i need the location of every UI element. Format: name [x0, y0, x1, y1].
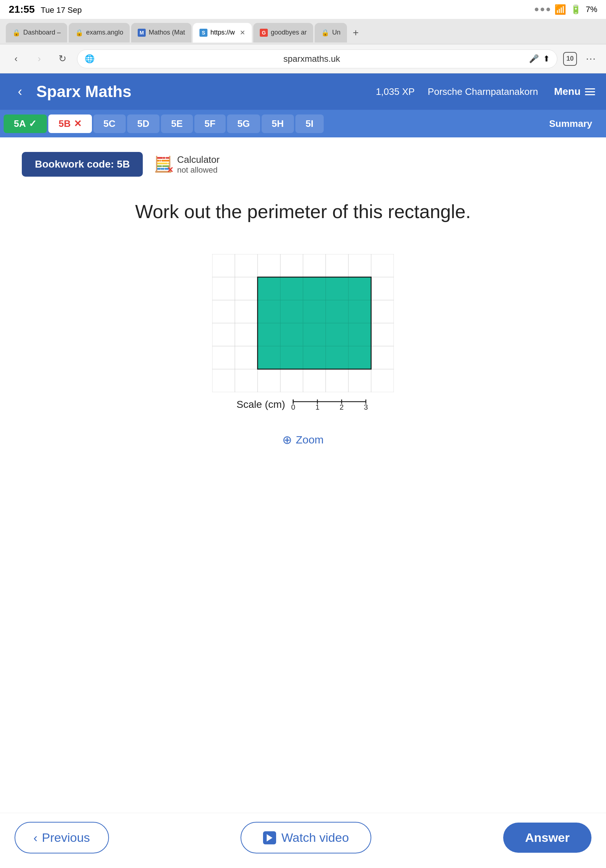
- bottom-nav: ‹ Previous Watch video Answer: [0, 813, 606, 868]
- watch-video-button[interactable]: Watch video: [241, 822, 371, 854]
- tab-5B-x-icon: ✕: [74, 118, 82, 129]
- task-tab-bar: 5A ✓ 5B ✕ 5C 5D 5E 5F 5G 5H 5I Summary: [0, 110, 606, 137]
- tab-label-dashboard: Dashboard –: [23, 29, 61, 36]
- ruler-svg: 0 1 2 3: [289, 398, 369, 411]
- app-back-button[interactable]: ‹: [11, 84, 29, 99]
- svg-text:0: 0: [291, 403, 295, 411]
- tab-icon-mathos: M: [138, 29, 146, 37]
- task-tab-5C[interactable]: 5C: [93, 115, 126, 133]
- app-title: Sparx Maths: [36, 82, 368, 101]
- hamburger-icon: [585, 88, 595, 95]
- tab-label-exams: exams.anglo: [86, 29, 123, 36]
- tab-sparx[interactable]: S https://w ✕: [193, 23, 252, 42]
- app-header: ‹ Sparx Maths 1,035 XP Porsche Charnpata…: [0, 73, 606, 110]
- svg-text:2: 2: [340, 403, 344, 411]
- xp-display: 1,035 XP: [376, 86, 414, 98]
- bookwork-row: Bookwork code: 5B 🧮 ✕ Calculator not all…: [22, 152, 584, 177]
- address-bar[interactable]: 🌐 sparxmaths.uk 🎤 ⬆: [77, 50, 557, 68]
- menu-label: Menu: [554, 86, 581, 98]
- task-tab-5G[interactable]: 5G: [227, 115, 260, 133]
- tab-dashboard[interactable]: 🔒 Dashboard –: [6, 23, 67, 42]
- task-tab-5E[interactable]: 5E: [161, 115, 193, 133]
- battery-icon: 🔋: [570, 5, 581, 14]
- tab-mathos[interactable]: M Mathos (Mat: [131, 23, 192, 42]
- tab-un[interactable]: 🔒 Un: [315, 23, 347, 42]
- task-tab-5H[interactable]: 5H: [261, 115, 294, 133]
- scale-ruler: 0 1 2 3: [289, 398, 369, 411]
- microphone-icon[interactable]: 🎤: [529, 54, 539, 64]
- user-display: Porsche Charnpatanakorn: [428, 86, 538, 98]
- zoom-label: Zoom: [296, 434, 324, 446]
- more-options-icon[interactable]: ⋯: [583, 51, 599, 67]
- task-tab-5I[interactable]: 5I: [295, 115, 324, 133]
- tab-icon-un: 🔒: [321, 29, 329, 37]
- svg-text:1: 1: [315, 403, 319, 411]
- tab-close-sparx[interactable]: ✕: [240, 29, 245, 37]
- tab-summary-label: Summary: [549, 118, 592, 129]
- svg-text:3: 3: [364, 403, 368, 411]
- task-tab-summary[interactable]: Summary: [539, 115, 603, 133]
- tab-icon-dashboard: 🔒: [12, 29, 20, 37]
- tab-label-goodbyes: goodbyes ar: [271, 29, 307, 36]
- task-tab-5D[interactable]: 5D: [127, 115, 159, 133]
- status-bar: 21:55 Tue 17 Sep 📶 🔋 7%: [0, 0, 606, 19]
- tab-5A-check-icon: ✓: [29, 118, 37, 129]
- tab-exams[interactable]: 🔒 exams.anglo: [69, 23, 130, 42]
- translate-icon: 🌐: [85, 54, 94, 64]
- grid-diagram: [212, 254, 394, 392]
- calculator-status-label: not allowed: [177, 165, 220, 175]
- wifi-icon: 📶: [554, 4, 566, 15]
- tab-count-badge[interactable]: 10: [563, 52, 577, 66]
- question-text: Work out the perimeter of this rectangle…: [22, 198, 584, 225]
- tab-label-mathos: Mathos (Mat: [148, 29, 185, 36]
- new-tab-button[interactable]: +: [348, 25, 363, 40]
- browser-tabs: 🔒 Dashboard – 🔒 exams.anglo M Mathos (Ma…: [0, 19, 606, 44]
- status-dots: [535, 8, 550, 11]
- tab-5A-label: 5A: [14, 118, 26, 129]
- share-icon[interactable]: ⬆: [543, 54, 550, 64]
- watch-video-icon: [263, 831, 276, 845]
- tab-5E-label: 5E: [171, 118, 183, 129]
- scale-label: Scale (cm): [237, 399, 285, 411]
- tab-5H-label: 5H: [272, 118, 284, 129]
- address-text: sparxmaths.uk: [99, 54, 525, 64]
- calculator-label: Calculator: [177, 154, 220, 165]
- tab-label-un: Un: [332, 29, 340, 36]
- back-button[interactable]: ‹: [7, 50, 25, 68]
- zoom-plus-icon: ⊕: [282, 433, 292, 447]
- prev-label: Previous: [42, 831, 90, 845]
- calculator-status: 🧮 ✕ Calculator not allowed: [154, 154, 220, 175]
- bookwork-code: Bookwork code: 5B: [22, 152, 143, 177]
- previous-button[interactable]: ‹ Previous: [14, 822, 109, 854]
- tab-5G-label: 5G: [237, 118, 250, 129]
- calculator-not-allowed-icon: ✕: [167, 165, 173, 175]
- answer-label: Answer: [525, 831, 570, 845]
- zoom-button[interactable]: ⊕ Zoom: [22, 433, 584, 447]
- status-right: 📶 🔋 7%: [535, 4, 597, 15]
- battery-percent: 7%: [586, 5, 597, 14]
- tab-icon-goodbyes: G: [260, 29, 268, 37]
- task-tab-5A[interactable]: 5A ✓: [4, 115, 47, 133]
- tab-icon-sparx: S: [199, 29, 207, 37]
- forward-button[interactable]: ›: [31, 50, 48, 68]
- tab-5B-label: 5B: [59, 118, 71, 129]
- tab-label-sparx: https://w: [210, 29, 235, 36]
- tab-5I-label: 5I: [306, 118, 314, 129]
- tab-icon-exams: 🔒: [75, 29, 83, 37]
- prev-chevron-icon: ‹: [33, 831, 37, 845]
- status-time: 21:55 Tue 17 Sep: [9, 4, 82, 15]
- task-tab-5B[interactable]: 5B ✕: [48, 115, 91, 133]
- watch-label: Watch video: [281, 831, 349, 845]
- tab-5F-label: 5F: [204, 118, 215, 129]
- browser-toolbar: ‹ › ↻ 🌐 sparxmaths.uk 🎤 ⬆ 10 ⋯: [0, 44, 606, 73]
- menu-button[interactable]: Menu: [554, 86, 595, 98]
- diagram-container: Scale (cm) 0: [22, 254, 584, 411]
- reload-button[interactable]: ↻: [54, 50, 71, 68]
- tab-5D-label: 5D: [137, 118, 149, 129]
- scale-row: Scale (cm) 0: [237, 398, 369, 411]
- task-tab-5F[interactable]: 5F: [194, 115, 226, 133]
- tab-5C-label: 5C: [104, 118, 116, 129]
- answer-button[interactable]: Answer: [503, 823, 592, 853]
- tab-goodbyes[interactable]: G goodbyes ar: [253, 23, 313, 42]
- content-area: Bookwork code: 5B 🧮 ✕ Calculator not all…: [0, 137, 606, 828]
